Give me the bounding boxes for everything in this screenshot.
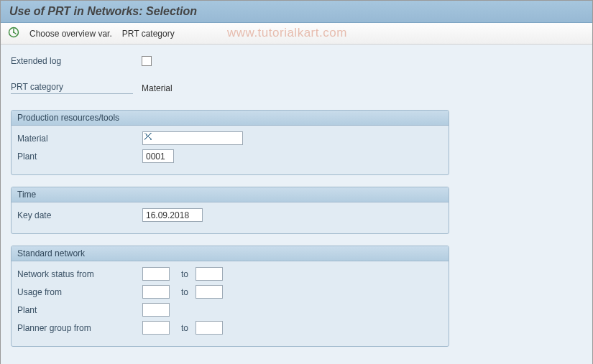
usage-from-input[interactable]: [142, 285, 170, 299]
material-required-wrap: [142, 131, 243, 145]
plant-label: Plant: [17, 151, 142, 162]
prt-category-value: Material: [142, 83, 173, 93]
form-area: Extended log PRT category Material Produ…: [1, 45, 592, 364]
network-status-label: Network status from: [17, 269, 142, 279]
network-status-from-input[interactable]: [142, 267, 170, 281]
key-date-row: Key date: [17, 208, 443, 222]
planner-group-row: Planner group from to: [17, 321, 443, 335]
watermark-text: www.tutorialkart.com: [227, 26, 347, 40]
prt-category-toolbar-label: PRT category: [122, 29, 175, 39]
extended-log-row: Extended log: [11, 56, 582, 66]
prt-category-button[interactable]: PRT category: [122, 29, 175, 39]
planner-to-input[interactable]: [196, 321, 223, 335]
to-label-1: to: [181, 269, 188, 279]
svg-point-1: [13, 32, 14, 33]
std-plant-input[interactable]: [142, 303, 170, 317]
material-input[interactable]: [142, 131, 243, 145]
std-plant-row: Plant: [17, 303, 443, 317]
extended-log-label: Extended log: [11, 56, 142, 66]
usage-row: Usage from to: [17, 285, 443, 299]
group-header-time: Time: [12, 187, 449, 202]
group-standard-network: Standard network Network status from to …: [11, 246, 449, 347]
execute-button[interactable]: [8, 27, 19, 40]
std-plant-label: Plant: [17, 305, 142, 315]
group-header-prt: Production resources/tools: [12, 111, 449, 126]
group-time: Time Key date: [11, 187, 449, 234]
network-status-to-input[interactable]: [196, 267, 223, 281]
key-date-label: Key date: [17, 210, 142, 220]
extended-log-checkbox[interactable]: [142, 56, 152, 66]
usage-to-input[interactable]: [196, 285, 223, 299]
usage-label: Usage from: [17, 287, 142, 297]
planner-from-input[interactable]: [142, 321, 170, 335]
group-production-resources: Production resources/tools Material Plan…: [11, 110, 449, 175]
network-status-row: Network status from to: [17, 267, 443, 281]
choose-overview-label: Choose overview var.: [29, 29, 112, 39]
toolbar: Choose overview var. PRT category www.tu…: [1, 23, 592, 45]
material-row: Material: [17, 131, 443, 145]
page-title: Use of PRT in Networks: Selection: [9, 5, 584, 18]
title-bar: Use of PRT in Networks: Selection: [1, 1, 592, 23]
key-date-input[interactable]: [142, 208, 203, 222]
to-label-3: to: [181, 323, 188, 333]
prt-category-label: PRT category: [11, 82, 133, 94]
material-label: Material: [17, 134, 142, 144]
execute-icon: [8, 27, 19, 40]
prt-category-row: PRT category Material: [11, 82, 582, 94]
to-label-2: to: [181, 287, 188, 297]
planner-group-label: Planner group from: [17, 323, 142, 333]
plant-input[interactable]: [142, 149, 174, 163]
app-window: Use of PRT in Networks: Selection Choose…: [0, 0, 593, 364]
group-header-std-network: Standard network: [12, 246, 449, 261]
choose-overview-button[interactable]: Choose overview var.: [29, 29, 112, 39]
plant-row: Plant: [17, 149, 443, 163]
